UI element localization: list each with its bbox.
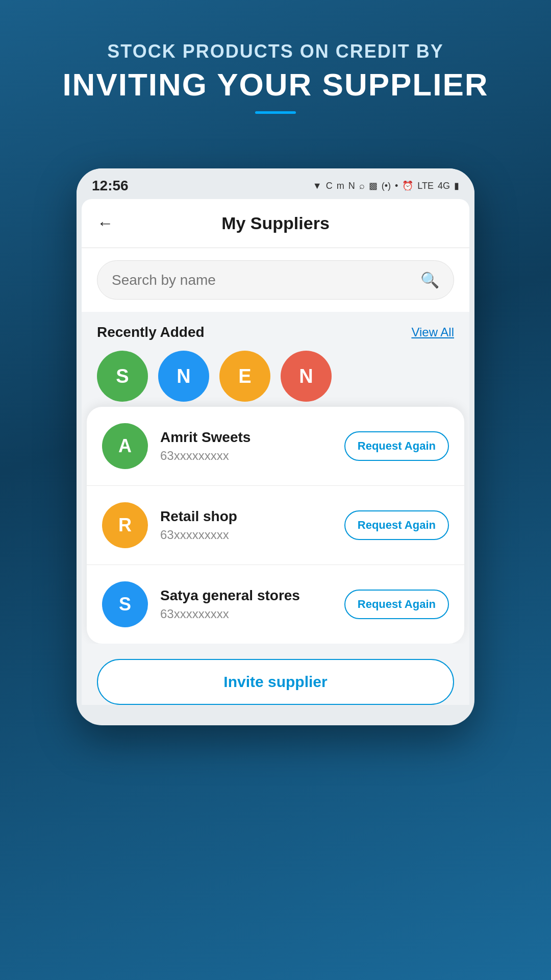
header-underline [255,111,296,114]
supplier-phone-retail: 63xxxxxxxxx [160,528,344,542]
back-button[interactable]: ← [97,214,113,233]
avatars-row: S N E N [97,351,454,407]
avatar-n2[interactable]: N [281,351,332,402]
avatar-n[interactable]: N [158,351,209,402]
request-again-button-retail[interactable]: Request Again [344,510,449,540]
recently-added-section: Recently Added View All S N E N [82,312,469,407]
request-again-button-amrit[interactable]: Request Again [344,431,449,461]
supplier-phone-satya: 63xxxxxxxxx [160,607,344,621]
search-section: 🔍 [82,248,469,312]
supplier-name-amrit: Amrit Sweets [160,429,344,446]
recently-added-label: Recently Added [97,324,205,340]
top-bar: ← My Suppliers [82,199,469,248]
invite-supplier-button[interactable]: Invite supplier [97,659,454,705]
supplier-item-amrit: A Amrit Sweets 63xxxxxxxxx Request Again [87,407,464,486]
supplier-avatar-a: A [102,423,148,469]
supplier-info-retail: Retail shop 63xxxxxxxxx [160,508,344,542]
supplier-item-retail: R Retail shop 63xxxxxxxxx Request Again [87,486,464,565]
recently-header: Recently Added View All [97,324,454,340]
supplier-item-satya: S Satya general stores 63xxxxxxxxx Reque… [87,565,464,644]
status-bar: 12:56 ▼ C m N ⌕ ▩ (•) • ⏰ LTE 4G ▮ [77,168,474,199]
suppliers-card: A Amrit Sweets 63xxxxxxxxx Request Again… [87,407,464,644]
supplier-info-satya: Satya general stores 63xxxxxxxxx [160,587,344,621]
search-bar[interactable]: 🔍 [97,260,454,300]
supplier-avatar-r: R [102,502,148,548]
header-subtitle: STOCK PRODUCTS ON CREDIT BY [0,41,551,62]
request-again-button-satya[interactable]: Request Again [344,590,449,619]
page-title: My Suppliers [123,213,428,233]
header-title: INVITING YOUR SUPPLIER [0,67,551,102]
app-screen: ← My Suppliers 🔍 Recently Added View All… [82,199,469,705]
supplier-name-retail: Retail shop [160,508,344,525]
status-time: 12:56 [92,178,129,194]
supplier-info-amrit: Amrit Sweets 63xxxxxxxxx [160,429,344,463]
avatar-e[interactable]: E [219,351,270,402]
status-icons: ▼ C m N ⌕ ▩ (•) • ⏰ LTE 4G ▮ [313,180,459,191]
avatar-s[interactable]: S [97,351,148,402]
supplier-phone-amrit: 63xxxxxxxxx [160,449,344,463]
invite-section: Invite supplier [82,644,469,705]
search-input[interactable] [112,272,420,288]
view-all-link[interactable]: View All [411,325,454,339]
search-icon: 🔍 [420,271,439,289]
header-section: STOCK PRODUCTS ON CREDIT BY INVITING YOU… [0,0,551,134]
phone-mockup: 12:56 ▼ C m N ⌕ ▩ (•) • ⏰ LTE 4G ▮ ← My … [77,168,474,725]
supplier-name-satya: Satya general stores [160,587,344,604]
supplier-avatar-s: S [102,581,148,627]
